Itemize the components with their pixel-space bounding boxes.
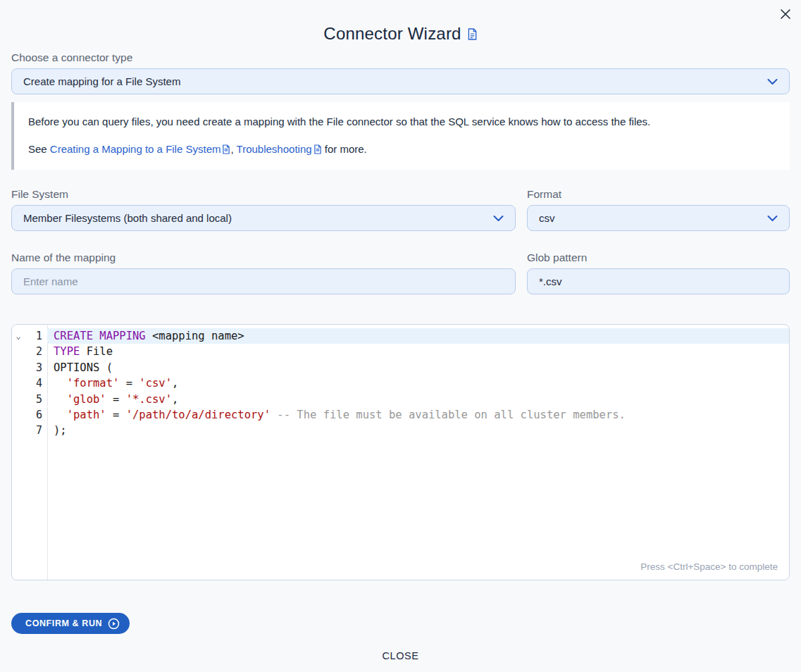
confirm-and-run-label: CONFIRM & RUN xyxy=(25,618,102,628)
code-line: 6 'path' = '/path/to/a/directory' -- The… xyxy=(12,407,789,423)
glob-pattern-input[interactable] xyxy=(527,268,790,294)
code-line-text: 'glob' = '*.csv', xyxy=(47,392,789,407)
page-title-text: Connector Wizard xyxy=(323,24,461,44)
document-icon[interactable] xyxy=(467,25,478,44)
editor-gutter: ⌄1 xyxy=(12,328,47,344)
confirm-and-run-button[interactable]: CONFIRM & RUN xyxy=(11,613,130,634)
connector-type-label: Choose a connector type xyxy=(11,51,790,65)
editor-gutter: 7 xyxy=(12,423,47,438)
editor-gutter: 2 xyxy=(12,344,47,359)
glob-pattern-label: Glob pattern xyxy=(527,251,790,265)
code-line-text: TYPE File xyxy=(47,344,789,359)
code-line: 7); xyxy=(12,423,789,438)
link-creating-mapping-label: Creating a Mapping to a File System xyxy=(50,143,221,155)
for-more-suffix: for more. xyxy=(322,143,367,155)
line-number: 3 xyxy=(25,360,47,375)
link-troubleshooting[interactable]: Troubleshooting xyxy=(237,143,322,155)
editor-gutter: 5 xyxy=(12,392,47,407)
code-line: 3OPTIONS ( xyxy=(12,360,789,375)
link-troubleshooting-label: Troubleshooting xyxy=(237,143,312,155)
close-button[interactable]: CLOSE xyxy=(382,650,418,661)
code-line-text: OPTIONS ( xyxy=(47,360,789,375)
format-value: csv xyxy=(539,212,767,224)
format-select[interactable]: csv xyxy=(527,205,790,231)
line-number: 4 xyxy=(25,375,47,391)
code-line: 5 'glob' = '*.csv', xyxy=(12,392,789,407)
mapping-name-label: Name of the mapping xyxy=(11,251,516,265)
document-icon xyxy=(222,144,230,156)
page-title: Connector Wizard xyxy=(323,23,477,44)
file-system-value: Member Filesystems (both shared and loca… xyxy=(23,212,493,224)
code-line: 4 'format' = 'csv', xyxy=(12,375,789,391)
connector-type-select[interactable]: Create mapping for a File System xyxy=(11,68,790,94)
completion-hint: Press <Ctrl+Space> to complete xyxy=(640,561,778,572)
info-links-paragraph: See Creating a Mapping to a File System,… xyxy=(28,142,776,158)
format-label: Format xyxy=(527,187,790,201)
connector-wizard-dialog: Connector Wizard Choose a connector type… xyxy=(0,0,801,672)
sql-code-editor[interactable]: ⌄1CREATE MAPPING <mapping name>2TYPE Fil… xyxy=(11,324,790,580)
mapping-name-input[interactable] xyxy=(11,268,516,294)
line-number: 2 xyxy=(25,344,47,359)
close-icon[interactable] xyxy=(777,6,794,23)
code-area: ⌄1CREATE MAPPING <mapping name>2TYPE Fil… xyxy=(12,325,789,439)
editor-gutter: 3 xyxy=(12,360,47,375)
comma: , xyxy=(230,143,236,155)
connector-type-value: Create mapping for a File System xyxy=(23,75,767,87)
info-box: Before you can query files, you need cre… xyxy=(11,102,790,170)
line-number: 5 xyxy=(25,392,47,407)
fold-chevron-icon[interactable]: ⌄ xyxy=(12,328,25,344)
chevron-down-icon xyxy=(767,215,778,222)
file-system-select[interactable]: Member Filesystems (both shared and loca… xyxy=(11,205,516,231)
code-line-text: CREATE MAPPING <mapping name> xyxy=(47,328,789,344)
chevron-down-icon xyxy=(767,78,778,85)
line-number: 6 xyxy=(25,407,47,423)
info-paragraph: Before you can query files, you need cre… xyxy=(28,114,776,129)
document-icon xyxy=(313,144,322,156)
file-system-label: File System xyxy=(11,187,516,201)
code-line-text: 'path' = '/path/to/a/directory' -- The f… xyxy=(47,407,789,423)
code-line: ⌄1CREATE MAPPING <mapping name> xyxy=(12,328,789,344)
chevron-down-icon xyxy=(493,215,504,222)
line-number: 7 xyxy=(25,423,47,438)
line-number: 1 xyxy=(25,328,47,344)
editor-gutter: 6 xyxy=(12,407,47,423)
see-prefix: See xyxy=(28,143,50,155)
code-line-text: ); xyxy=(47,423,789,438)
code-line: 2TYPE File xyxy=(12,344,789,359)
code-line-text: 'format' = 'csv', xyxy=(47,375,789,391)
editor-gutter: 4 xyxy=(12,375,47,391)
link-creating-mapping[interactable]: Creating a Mapping to a File System xyxy=(50,143,231,155)
play-circle-icon xyxy=(108,618,120,630)
